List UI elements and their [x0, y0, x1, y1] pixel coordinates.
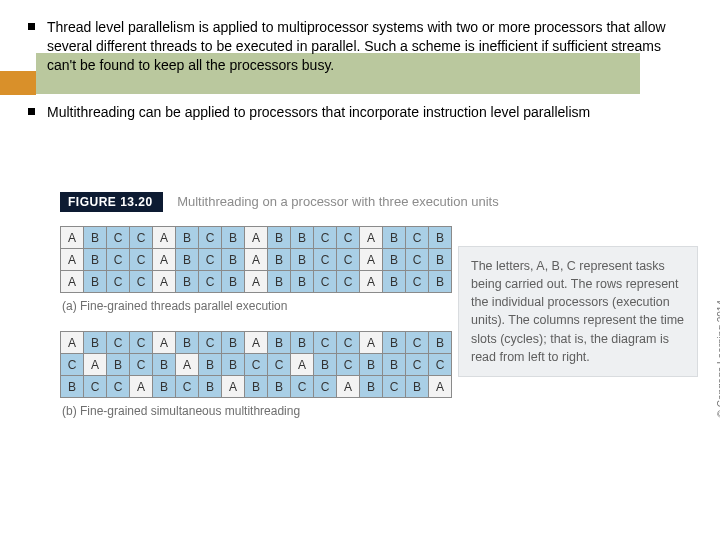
table-cell: B: [107, 354, 130, 376]
bullet-item: Multithreading can be applied to process…: [28, 103, 678, 122]
table-cell: A: [360, 271, 383, 293]
table-cell: B: [153, 376, 176, 398]
caption-b: (b) Fine-grained simultaneous multithrea…: [62, 404, 670, 418]
table-cell: C: [314, 271, 337, 293]
table-cell: A: [61, 332, 84, 354]
table-cell: C: [314, 249, 337, 271]
table-cell: C: [130, 271, 153, 293]
figure-explanation: The letters, A, B, C represent tasks bei…: [458, 246, 698, 377]
table-cell: B: [84, 249, 107, 271]
table-cell: C: [406, 227, 429, 249]
table-cell: B: [383, 227, 406, 249]
table-cell: A: [130, 376, 153, 398]
table-cell: B: [429, 227, 452, 249]
table-cell: B: [360, 354, 383, 376]
table-cell: B: [176, 332, 199, 354]
table-cell: C: [383, 376, 406, 398]
table-cell: C: [337, 332, 360, 354]
table-cell: C: [406, 249, 429, 271]
table-cell: C: [406, 332, 429, 354]
table-cell: A: [245, 249, 268, 271]
figure-title: Multithreading on a processor with three…: [177, 194, 499, 209]
table-cell: A: [245, 271, 268, 293]
table-cell: B: [268, 332, 291, 354]
table-cell: C: [199, 249, 222, 271]
table-cell: B: [406, 376, 429, 398]
table-cell: C: [337, 249, 360, 271]
table-cell: C: [61, 354, 84, 376]
table-b: ABCCABCBABBCCABCBCABCBABBCCABCBBCCBCCABC…: [60, 331, 452, 398]
table-cell: A: [61, 227, 84, 249]
table-cell: C: [130, 227, 153, 249]
table-cell: C: [107, 271, 130, 293]
table-cell: C: [406, 354, 429, 376]
table-cell: C: [245, 354, 268, 376]
table-cell: B: [222, 271, 245, 293]
table-cell: C: [199, 332, 222, 354]
bullet-text: Thread level parallelism is applied to m…: [47, 18, 678, 75]
table-cell: C: [337, 271, 360, 293]
table-cell: A: [153, 249, 176, 271]
table-cell: B: [383, 332, 406, 354]
table-cell: C: [84, 376, 107, 398]
table-cell: B: [268, 227, 291, 249]
table-cell: C: [199, 227, 222, 249]
bullet-list: Thread level parallelism is applied to m…: [28, 18, 678, 150]
table-cell: B: [291, 271, 314, 293]
table-cell: C: [130, 354, 153, 376]
table-cell: C: [176, 376, 199, 398]
table-cell: B: [222, 354, 245, 376]
table-cell: B: [199, 376, 222, 398]
table-cell: B: [314, 354, 337, 376]
table-cell: A: [429, 376, 452, 398]
table-cell: C: [107, 332, 130, 354]
table-cell: A: [153, 227, 176, 249]
bullet-square-icon: [28, 23, 35, 30]
table-cell: B: [84, 227, 107, 249]
table-cell: B: [153, 354, 176, 376]
table-cell: C: [107, 227, 130, 249]
table-cell: B: [84, 332, 107, 354]
table-cell: B: [84, 271, 107, 293]
table-cell: B: [176, 227, 199, 249]
table-cell: A: [84, 354, 107, 376]
table-cell: B: [383, 271, 406, 293]
slide: Thread level parallelism is applied to m…: [0, 0, 720, 540]
table-cell: B: [61, 376, 84, 398]
bullet-square-icon: [28, 108, 35, 115]
table-cell: B: [429, 332, 452, 354]
table-cell: B: [383, 354, 406, 376]
table-cell: A: [153, 271, 176, 293]
table-cell: B: [176, 271, 199, 293]
bullet-text: Multithreading can be applied to process…: [47, 103, 678, 122]
table-cell: B: [222, 227, 245, 249]
table-cell: A: [360, 249, 383, 271]
table-cell: C: [130, 249, 153, 271]
table-cell: A: [291, 354, 314, 376]
table-cell: B: [360, 376, 383, 398]
table-cell: B: [268, 271, 291, 293]
table-cell: B: [199, 354, 222, 376]
table-cell: C: [107, 376, 130, 398]
table-cell: C: [314, 227, 337, 249]
table-cell: A: [245, 227, 268, 249]
table-cell: B: [429, 249, 452, 271]
table-cell: C: [429, 354, 452, 376]
table-cell: B: [268, 376, 291, 398]
table-cell: C: [107, 249, 130, 271]
figure-label: FIGURE 13.20: [60, 192, 163, 212]
table-cell: B: [245, 376, 268, 398]
table-cell: A: [61, 271, 84, 293]
table-cell: B: [268, 249, 291, 271]
table-cell: A: [337, 376, 360, 398]
table-cell: C: [199, 271, 222, 293]
table-cell: C: [406, 271, 429, 293]
table-cell: A: [61, 249, 84, 271]
table-cell: A: [360, 332, 383, 354]
copyright-credit: © Cengage Learning 2014: [716, 300, 720, 417]
table-cell: A: [222, 376, 245, 398]
table-cell: A: [245, 332, 268, 354]
table-cell: C: [268, 354, 291, 376]
table-a: ABCCABCBABBCCABCBABCCABCBABBCCABCBABCCAB…: [60, 226, 452, 293]
table-cell: C: [314, 332, 337, 354]
